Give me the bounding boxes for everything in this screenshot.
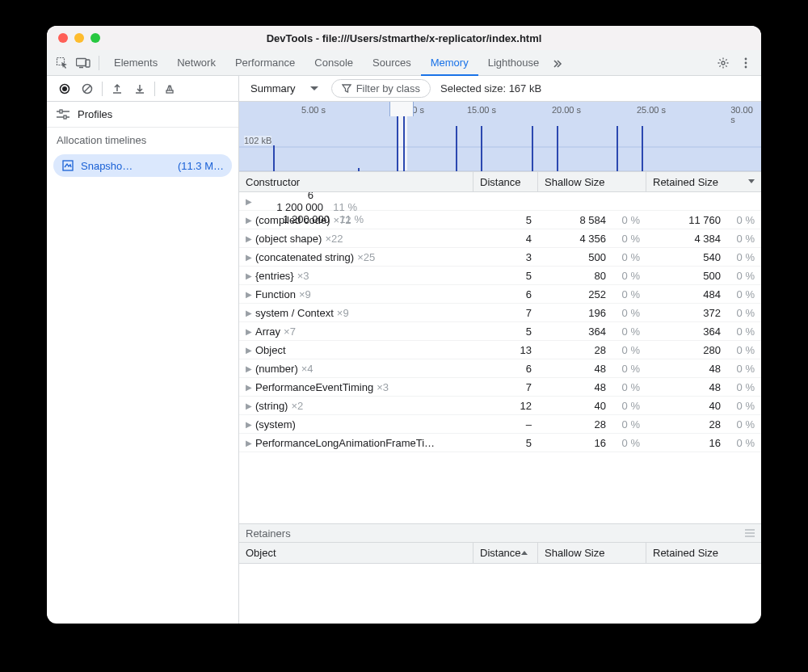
shallow-size: 8 584 — [579, 214, 606, 226]
tab-network[interactable]: Network — [167, 50, 225, 76]
expand-arrow-icon[interactable]: ▶ — [246, 216, 252, 225]
distance-cell: 6 — [473, 363, 538, 375]
table-row[interactable]: ▶{entries} ×35800 %5000 % — [239, 267, 761, 285]
retained-size: 40 — [709, 400, 721, 412]
expand-arrow-icon[interactable]: ▶ — [246, 383, 252, 392]
clear-icon[interactable] — [76, 78, 99, 100]
allocation-timelines-label: Allocation timelines — [47, 128, 238, 153]
import-icon[interactable] — [128, 78, 151, 100]
profiles-header[interactable]: Profiles — [47, 102, 238, 128]
retainers-header[interactable]: Retainers — [239, 523, 761, 543]
constructor-name: {entries} — [255, 270, 294, 282]
distance-cell: 13 — [473, 344, 538, 356]
expand-arrow-icon[interactable]: ▶ — [246, 290, 252, 299]
table-row[interactable]: ▶PerformanceEventTiming ×37480 %480 % — [239, 378, 761, 397]
retained-size: 16 — [709, 437, 721, 449]
chevron-down-icon — [310, 86, 318, 91]
svg-rect-14 — [60, 110, 62, 113]
kebab-menu-icon[interactable] — [735, 52, 756, 74]
summary-dropdown[interactable]: Summary — [247, 82, 322, 94]
record-icon[interactable] — [53, 78, 76, 100]
retained-size: 4 384 — [694, 233, 721, 245]
expand-arrow-icon[interactable]: ▶ — [246, 439, 252, 447]
expand-arrow-icon[interactable]: ▶ — [246, 346, 252, 355]
allocation-timeline[interactable]: 5.00 s ||||).00 s 15.00 s 20.00 s 25.00 … — [239, 102, 761, 171]
more-tabs-icon[interactable] — [549, 52, 566, 74]
constructor-name: Array — [255, 326, 280, 338]
shallow-size: 196 — [588, 307, 606, 319]
table-row[interactable]: ▶(object shape) ×2244 3560 %4 3840 % — [239, 229, 761, 248]
expand-arrow-icon[interactable]: ▶ — [246, 364, 252, 373]
svg-point-7 — [745, 65, 747, 68]
tab-sources[interactable]: Sources — [363, 50, 421, 76]
constructor-count: ×9 — [337, 307, 349, 319]
ret-col-shallow[interactable]: Shallow Size — [538, 543, 646, 563]
retained-size: 364 — [703, 326, 721, 338]
shallow-pct: 0 % — [612, 400, 640, 412]
expand-arrow-icon[interactable]: ▶ — [246, 327, 252, 336]
inspect-icon[interactable] — [52, 52, 73, 74]
expand-arrow-icon[interactable]: ▶ — [246, 253, 252, 262]
table-row[interactable]: ▶(string) ×212400 %400 % — [239, 397, 761, 415]
snapshot-item[interactable]: Snapsho… (11.3 M… — [53, 154, 232, 177]
table-row[interactable]: ▶system / Context ×971960 %3720 % — [239, 304, 761, 322]
tab-memory[interactable]: Memory — [421, 50, 478, 76]
retained-pct: 0 % — [727, 326, 755, 338]
constructor-name: Function — [255, 288, 296, 300]
expand-arrow-icon[interactable]: ▶ — [246, 234, 252, 243]
table-row[interactable]: ▶Object13280 %2800 % — [239, 341, 761, 359]
shallow-size: 252 — [588, 288, 606, 300]
device-toggle-icon[interactable] — [73, 52, 94, 74]
distance-cell: 12 — [473, 400, 538, 412]
expand-arrow-icon[interactable]: ▶ — [246, 401, 252, 410]
expand-arrow-icon[interactable]: ▶ — [246, 420, 252, 429]
constructor-name: (concatenated string) — [255, 251, 354, 263]
sidebar: Profiles Allocation timelines Snapsho… (… — [47, 102, 239, 624]
retained-size: 500 — [703, 270, 721, 282]
table-row[interactable]: ▶Array ×753640 %3640 % — [239, 322, 761, 341]
gc-icon[interactable] — [158, 78, 181, 100]
sort-desc-icon — [748, 179, 755, 184]
gear-icon[interactable] — [713, 52, 734, 74]
table-row[interactable]: ▶Function ×962520 %4840 % — [239, 285, 761, 304]
retained-size: 540 — [703, 251, 721, 263]
col-shallow[interactable]: Shallow Size — [538, 172, 646, 191]
tab-elements[interactable]: Elements — [104, 50, 167, 76]
retained-pct: 0 % — [727, 418, 755, 430]
distance-cell: 7 — [473, 381, 538, 393]
expand-arrow-icon[interactable]: ▶ — [246, 271, 252, 280]
expand-arrow-icon[interactable]: ▶ — [246, 309, 252, 317]
table-row[interactable]: ▶(concatenated string) ×2535000 %5400 % — [239, 248, 761, 267]
ret-col-object[interactable]: Object — [239, 543, 473, 563]
tab-lighthouse[interactable]: Lighthouse — [478, 50, 549, 76]
export-icon[interactable] — [106, 78, 128, 100]
constructor-count: ×2 — [291, 400, 303, 412]
table-row[interactable]: ▶(system)–280 %280 % — [239, 415, 761, 434]
table-row[interactable]: ▶ ×1000061 200 00011 %1 200 00011 % — [239, 192, 761, 211]
col-distance[interactable]: Distance — [473, 172, 538, 191]
table-row[interactable]: ▶(compiled code) ×7258 5840 %11 7600 % — [239, 211, 761, 229]
expand-arrow-icon[interactable]: ▶ — [246, 197, 252, 206]
timeline-tick: 20.00 s — [552, 105, 581, 115]
tab-performance[interactable]: Performance — [225, 50, 305, 76]
retained-size: 11 760 — [688, 214, 721, 226]
hamburger-icon[interactable] — [745, 529, 755, 537]
filter-input[interactable]: Filter by class — [331, 79, 431, 98]
zoom-window-button[interactable] — [90, 33, 100, 43]
shallow-pct: 11 % — [330, 201, 357, 213]
col-retained[interactable]: Retained Size — [646, 172, 761, 191]
minimize-window-button[interactable] — [74, 33, 84, 43]
col-constructor[interactable]: Constructor — [239, 172, 473, 191]
table-row[interactable]: ▶PerformanceLongAnimationFrameTi…5160 %1… — [239, 434, 761, 452]
table-row[interactable]: ▶(number) ×46480 %480 % — [239, 359, 761, 378]
ret-col-retained[interactable]: Retained Size — [646, 543, 761, 563]
retained-size: 48 — [709, 381, 721, 393]
close-window-button[interactable] — [58, 33, 68, 43]
tab-console[interactable]: Console — [305, 50, 363, 76]
constructor-name: (number) — [255, 363, 298, 375]
shallow-size: 500 — [588, 251, 606, 263]
table-body[interactable]: ▶ ×1000061 200 00011 %1 200 00011 %▶(com… — [239, 192, 761, 523]
ret-col-distance[interactable]: Distance — [473, 543, 538, 563]
constructor-count: ×7 — [284, 326, 296, 338]
shallow-pct: 0 % — [612, 437, 640, 449]
